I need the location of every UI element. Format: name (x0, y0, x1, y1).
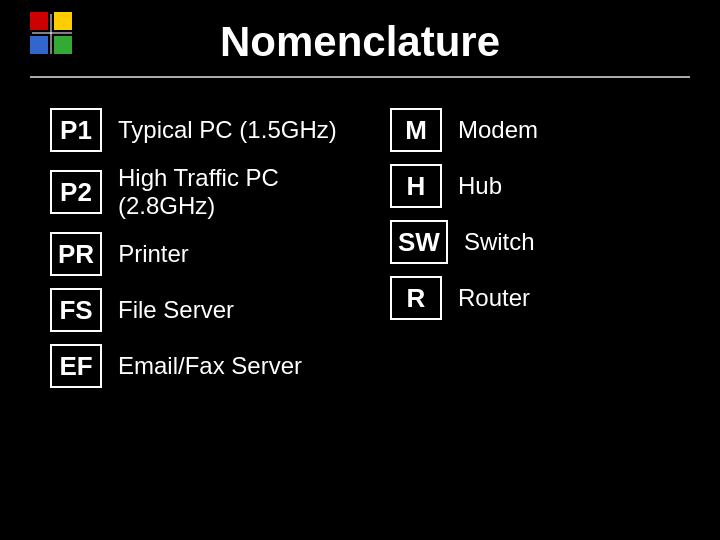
badge-fs: FS (50, 288, 102, 332)
label-ef: Email/Fax Server (118, 352, 302, 380)
svg-rect-7 (32, 32, 72, 34)
label-h: Hub (458, 172, 502, 200)
svg-rect-0 (30, 12, 50, 32)
logo-icon (30, 12, 74, 56)
right-row-3: RRouter (390, 276, 690, 320)
divider (30, 76, 690, 78)
left-row-0: P1Typical PC (1.5GHz) (50, 108, 350, 152)
left-row-3: FSFile Server (50, 288, 350, 332)
svg-rect-2 (30, 34, 50, 54)
badge-h: H (390, 164, 442, 208)
label-sw: Switch (464, 228, 535, 256)
page-title: Nomenclature (220, 18, 500, 66)
svg-rect-3 (52, 34, 72, 54)
badge-ef: EF (50, 344, 102, 388)
right-row-0: MModem (390, 108, 690, 152)
right-row-1: HHub (390, 164, 690, 208)
label-p2: High Traffic PC (2.8GHz) (118, 164, 350, 220)
label-fs: File Server (118, 296, 234, 324)
left-column: P1Typical PC (1.5GHz)P2High Traffic PC (… (50, 108, 350, 388)
main-content: P1Typical PC (1.5GHz)P2High Traffic PC (… (0, 98, 720, 398)
label-p1: Typical PC (1.5GHz) (118, 116, 337, 144)
label-r: Router (458, 284, 530, 312)
badge-p1: P1 (50, 108, 102, 152)
right-column: MModemHHubSWSwitchRRouter (370, 108, 690, 388)
badge-sw: SW (390, 220, 448, 264)
label-m: Modem (458, 116, 538, 144)
left-row-2: PRPrinter (50, 232, 350, 276)
left-row-4: EFEmail/Fax Server (50, 344, 350, 388)
left-row-1: P2High Traffic PC (2.8GHz) (50, 164, 350, 220)
right-row-2: SWSwitch (390, 220, 690, 264)
badge-r: R (390, 276, 442, 320)
header: Nomenclature (0, 0, 720, 76)
badge-m: M (390, 108, 442, 152)
badge-pr: PR (50, 232, 102, 276)
label-pr: Printer (118, 240, 189, 268)
badge-p2: P2 (50, 170, 102, 214)
svg-rect-1 (52, 12, 72, 32)
